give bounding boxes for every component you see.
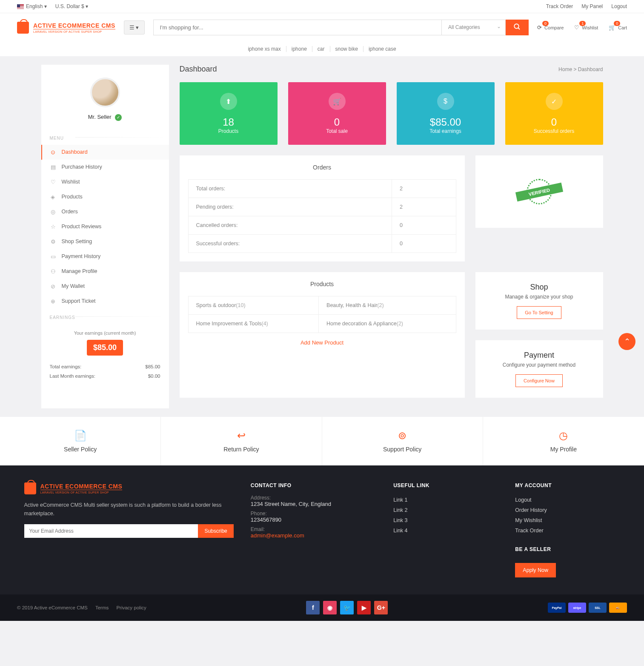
account-link[interactable]: Logout (515, 495, 620, 505)
menu-item-icon: ⊘ (51, 283, 57, 290)
menu-item-icon: ◎ (51, 209, 57, 215)
sidebar-item-manage-profile[interactable]: ⚇ Manage Profile (41, 264, 169, 279)
track-order-link[interactable]: Track Order (546, 3, 573, 9)
search-button[interactable] (506, 20, 529, 35)
footer-policy-link[interactable]: ◷ My Profile (483, 417, 644, 465)
menu-toggle-button[interactable]: ☰ ▾ (124, 20, 145, 34)
sidebar-item-orders[interactable]: ◎ Orders (41, 204, 169, 219)
useful-link[interactable]: Link 3 (393, 515, 498, 525)
payment-panel-subtitle: Configure your payment method (486, 362, 592, 368)
menu-item-icon: ♡ (51, 179, 57, 185)
avatar (90, 78, 120, 107)
my-account-heading: MY ACCOUNT (515, 482, 620, 488)
my-panel-link[interactable]: My Panel (581, 3, 603, 9)
payment-panel-title: Payment (486, 351, 592, 360)
sidebar-item-products[interactable]: ◈ Products (41, 189, 169, 204)
nav-link[interactable]: iphone case (364, 46, 401, 52)
logo-title: ACTIVE ECOMMERCE CMS (33, 22, 115, 29)
sidebar-item-my-wallet[interactable]: ⊘ My Wallet (41, 279, 169, 294)
sidebar-item-support-ticket[interactable]: ⊕ Support Ticket (41, 294, 169, 309)
current-earnings-label: Your earnings (current month) (50, 330, 160, 336)
compare-link[interactable]: ⟳ 0 Compare (537, 24, 564, 31)
language-selector[interactable]: English ▾ (17, 3, 47, 9)
stripe-icon: stripe (568, 603, 586, 613)
refresh-icon: ⟳ (537, 24, 542, 31)
menu-item-icon: ⊙ (51, 149, 57, 155)
useful-link[interactable]: Link 2 (393, 505, 498, 515)
menu-item-icon: ▭ (51, 253, 57, 260)
stat-icon: ✓ (546, 93, 563, 110)
sidebar-item-product-reviews[interactable]: ☆ Product Reviews (41, 219, 169, 234)
stat-card: 🛒 0 Total sale (288, 82, 386, 145)
menu-item-label: Wishlist (62, 179, 80, 185)
add-new-product-link[interactable]: Add New Product (188, 339, 456, 346)
search-category-select[interactable]: All Categories (442, 20, 506, 35)
googleplus-icon[interactable]: G+ (374, 601, 388, 614)
currency-selector[interactable]: U.S. Dollar $ ▾ (55, 3, 88, 9)
copyright: © 2019 Active eCommerce CMS (17, 605, 88, 610)
privacy-link[interactable]: Privacy policy (116, 605, 146, 610)
menu-item-label: Purchase History (62, 164, 102, 170)
nav-link[interactable]: iphone (286, 46, 312, 52)
sidebar-item-wishlist[interactable]: ♡ Wishlist (41, 175, 169, 189)
menu-item-icon: ⚇ (51, 268, 57, 275)
sidebar-item-dashboard[interactable]: ⊙ Dashboard (41, 145, 169, 160)
stat-card: ✓ 0 Successful orders (505, 82, 603, 145)
account-link[interactable]: Track Order (515, 525, 620, 536)
footer-policy-link[interactable]: ↩ Return Policy (161, 417, 322, 465)
policy-icon: ↩ (174, 430, 309, 442)
go-to-setting-button[interactable]: Go To Setting (517, 306, 561, 319)
cart-badge: 0 (614, 21, 620, 26)
bag-icon (24, 482, 36, 494)
logo[interactable]: ACTIVE ECOMMERCE CMS LARAVEL VERSION OF … (17, 22, 115, 34)
nav-link[interactable]: snow bike (330, 46, 364, 52)
search-icon (513, 23, 521, 31)
sidebar-item-purchase-history[interactable]: ▤ Purchase History (41, 160, 169, 175)
bag-icon (17, 22, 29, 34)
facebook-icon[interactable]: f (306, 601, 320, 614)
sidebar-item-shop-setting[interactable]: ⚙ Shop Setting (41, 234, 169, 249)
trending-nav: iphone xs maxiphonecarsnow bikeiphone ca… (0, 42, 644, 56)
nav-link[interactable]: iphone xs max (243, 46, 286, 52)
footer-description: Active eCommerce CMS Multi seller system… (24, 501, 234, 518)
shop-panel-subtitle: Manage & organize your shop (486, 294, 592, 300)
nav-link[interactable]: car (312, 46, 330, 52)
youtube-icon[interactable]: ▶ (357, 601, 371, 614)
stat-icon: ⬆ (220, 93, 237, 110)
search-input[interactable] (153, 20, 442, 35)
menu-section-label: MENU (41, 129, 169, 145)
page-title: Dashboard (180, 65, 217, 74)
orders-panel-title: Orders (188, 164, 456, 171)
products-panel-title: Products (188, 281, 456, 287)
be-seller-heading: BE A SELLER (515, 546, 620, 552)
stat-icon: $ (437, 93, 454, 110)
subscribe-email-input[interactable] (24, 524, 198, 538)
instagram-icon[interactable]: ◉ (323, 601, 337, 614)
useful-link[interactable]: Link 4 (393, 525, 498, 536)
verified-check-icon: ✓ (115, 114, 122, 121)
current-earnings-amount: $85.00 (87, 340, 123, 356)
stat-label: Total earnings (407, 128, 484, 134)
stat-label: Total sale (299, 128, 375, 134)
subscribe-button[interactable]: Subscribe (198, 524, 233, 538)
cart-link[interactable]: 🛒 0 Cart (609, 24, 627, 31)
menu-item-icon: ◈ (51, 194, 57, 200)
footer-policy-link[interactable]: ⊚ Support Policy (322, 417, 483, 465)
scroll-top-button[interactable]: ⌃ (618, 333, 635, 350)
menu-item-label: Product Reviews (62, 224, 102, 230)
verified-stamp: VERIFIED (475, 155, 603, 228)
earnings-section-label: EARNINGS (41, 309, 169, 324)
apply-now-button[interactable]: Apply Now (515, 563, 556, 577)
useful-link[interactable]: Link 1 (393, 495, 498, 505)
twitter-icon[interactable]: 🐦 (340, 601, 354, 614)
sidebar-item-payment-history[interactable]: ▭ Payment History (41, 249, 169, 264)
account-link[interactable]: Order History (515, 505, 620, 515)
menu-item-label: Payment History (62, 253, 101, 259)
terms-link[interactable]: Terms (95, 605, 109, 610)
configure-now-button[interactable]: Configure Now (515, 374, 563, 387)
contact-email-link[interactable]: admin@example.com (251, 532, 376, 539)
footer-policy-link[interactable]: 📄 Seller Policy (0, 417, 161, 465)
account-link[interactable]: My Wishlist (515, 515, 620, 525)
wishlist-link[interactable]: ♡ 1 Wishlist (574, 24, 598, 31)
logout-link[interactable]: Logout (611, 3, 627, 9)
